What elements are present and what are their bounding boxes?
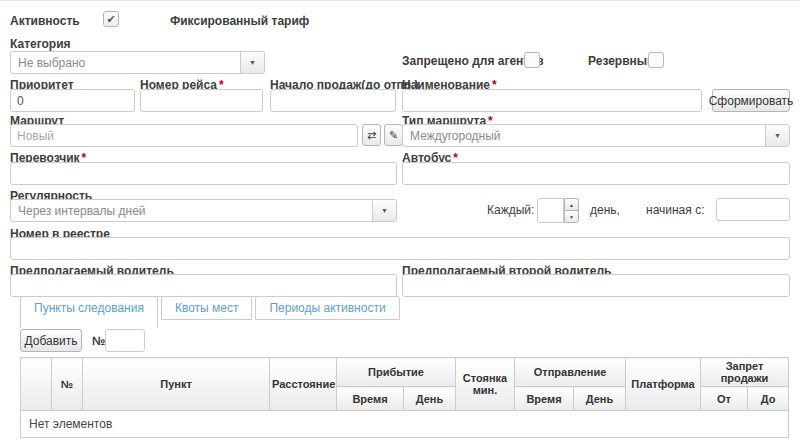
route-input[interactable] xyxy=(10,124,358,147)
registry-number-input[interactable] xyxy=(10,237,790,260)
edit-icon: ✎ xyxy=(389,129,398,142)
table-empty-row: Нет элементов xyxy=(21,411,789,438)
col-ban-to: До xyxy=(748,387,789,411)
chevron-down-icon[interactable]: ▼ xyxy=(372,200,396,221)
fixed-tariff-label: Фиксированный тариф xyxy=(170,14,309,28)
tab-bar: Пункты следования Квоты мест Периоды акт… xyxy=(20,296,400,328)
col-departure-group: Отправление xyxy=(515,358,626,387)
forbidden-agents-checkbox[interactable] xyxy=(524,52,540,68)
check-icon: ✔ xyxy=(106,13,115,26)
swap-route-button[interactable]: ⇄ xyxy=(362,124,381,146)
category-label: Категория xyxy=(10,37,71,51)
swap-icon: ⇄ xyxy=(367,129,376,142)
col-departure-time: Время xyxy=(515,387,574,411)
every-day-input[interactable] xyxy=(537,198,564,223)
every-label: Каждый: xyxy=(487,203,534,217)
forbidden-agents-label: Запрещено для агентов xyxy=(402,54,544,68)
col-stop: Стоянка мин. xyxy=(456,358,515,411)
tab-route-points[interactable]: Пункты следования xyxy=(20,296,158,328)
col-drag-handle xyxy=(21,358,52,411)
empty-placeholder: Нет элементов xyxy=(21,411,789,438)
col-departure-day: День xyxy=(574,387,626,411)
route-points-table: № Пункт Расстояние Прибытие Стоянка мин.… xyxy=(20,357,789,438)
col-arrival-group: Прибытие xyxy=(337,358,456,387)
activity-checkbox[interactable]: ✔ xyxy=(103,11,119,27)
starting-from-input[interactable] xyxy=(716,198,790,221)
flight-number-input[interactable] xyxy=(140,89,263,112)
chevron-down-icon[interactable]: ▼ xyxy=(765,125,789,146)
category-value: Не выбрано xyxy=(18,56,85,70)
col-point: Пункт xyxy=(83,358,270,411)
number-label: № xyxy=(92,334,105,348)
tab-activity-periods[interactable]: Периоды активности xyxy=(255,296,399,320)
priority-input[interactable] xyxy=(10,89,135,112)
spinner-up-icon[interactable]: ▲ xyxy=(564,198,579,210)
chevron-down-icon[interactable]: ▼ xyxy=(240,52,264,73)
regularity-value: Через интервалы дней xyxy=(18,204,146,218)
starting-from-label: начиная с: xyxy=(646,203,704,217)
category-select[interactable]: Не выбрано ▼ xyxy=(10,51,265,74)
day-unit-label: день, xyxy=(590,203,620,217)
col-number: № xyxy=(52,358,83,411)
bus-input[interactable] xyxy=(402,162,790,185)
edit-route-button[interactable]: ✎ xyxy=(384,124,403,146)
name-input[interactable] xyxy=(402,89,702,112)
add-button[interactable]: Добавить xyxy=(20,329,82,352)
col-ban-from: От xyxy=(701,387,748,411)
carrier-input[interactable] xyxy=(10,162,397,185)
route-type-select[interactable]: Междугородный ▼ xyxy=(402,124,790,147)
col-sales-ban-group: Запрет продажи xyxy=(701,358,789,387)
second-driver-input[interactable] xyxy=(402,274,790,297)
col-arrival-time: Время xyxy=(337,387,404,411)
sales-start-input[interactable] xyxy=(270,89,396,112)
col-distance: Расстояние xyxy=(270,358,337,411)
regularity-select[interactable]: Через интервалы дней ▼ xyxy=(10,199,397,222)
number-input[interactable] xyxy=(105,329,145,352)
generate-name-button[interactable]: Сформировать xyxy=(712,89,790,112)
table-header-row: № Пункт Расстояние Прибытие Стоянка мин.… xyxy=(21,358,789,387)
col-arrival-day: День xyxy=(404,387,456,411)
spinner-down-icon[interactable]: ▼ xyxy=(564,210,579,223)
activity-label: Активность xyxy=(10,14,80,28)
route-form-page: Активность ✔ Фиксированный тариф Категор… xyxy=(0,0,800,439)
route-type-value: Междугородный xyxy=(410,129,501,143)
reserve-label: Резервный xyxy=(588,54,654,68)
driver-input[interactable] xyxy=(10,274,397,297)
col-platform: Платформа xyxy=(626,358,701,411)
tab-seat-quotas[interactable]: Квоты мест xyxy=(161,296,253,320)
every-day-stepper[interactable]: ▲ ▼ xyxy=(537,198,579,223)
reserve-checkbox[interactable] xyxy=(648,52,664,68)
